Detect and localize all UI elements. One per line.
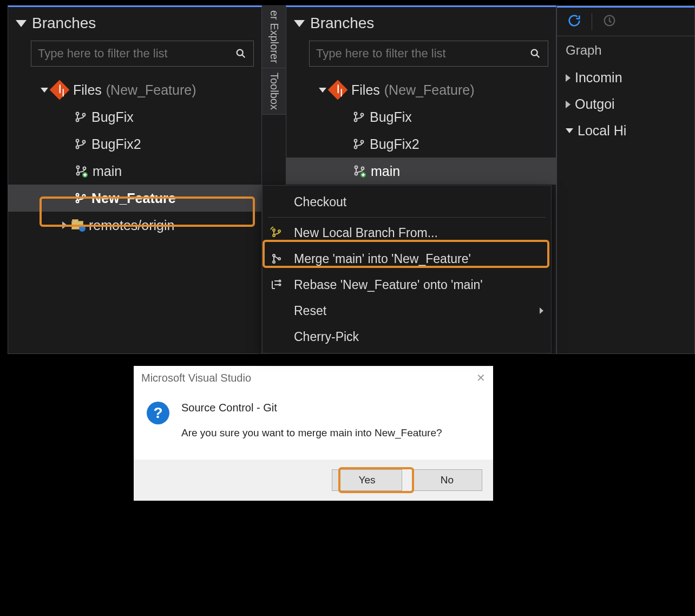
branch-icon xyxy=(352,137,365,150)
svg-point-5 xyxy=(76,140,79,142)
branch-bugfix[interactable]: BugFix xyxy=(312,103,556,130)
dialog-message: Are you sure you want to merge main into… xyxy=(181,427,442,439)
tab-toolbox[interactable]: Toolbox xyxy=(262,68,286,115)
filter-input[interactable] xyxy=(31,47,228,61)
merge-icon xyxy=(267,252,286,265)
ctx-label: Reset xyxy=(294,304,326,318)
branch-bugfix[interactable]: BugFix xyxy=(34,103,261,130)
new-branch-icon xyxy=(267,226,286,239)
svg-point-34 xyxy=(279,280,281,282)
chevron-right-icon xyxy=(62,221,67,229)
chevron-right-icon xyxy=(566,101,571,108)
dialog-heading: Source Control - Git xyxy=(181,402,442,414)
branch-tree: Files (New_Feature) BugFix BugFix2 main xyxy=(286,74,556,185)
branches-title: Branches xyxy=(310,15,374,32)
branches-header[interactable]: Branches xyxy=(8,7,261,35)
close-icon[interactable]: ✕ xyxy=(476,371,486,384)
graph-title: Graph xyxy=(557,36,694,64)
branches-panel-left: Branches Files (New_Feature) BugFix xyxy=(8,5,262,354)
branches-title: Branches xyxy=(32,15,96,32)
repo-row[interactable]: Files (New_Feature) xyxy=(34,76,261,103)
svg-point-13 xyxy=(76,200,79,203)
submenu-arrow-icon xyxy=(540,307,543,314)
svg-point-8 xyxy=(77,166,80,169)
branch-bugfix2[interactable]: BugFix2 xyxy=(34,130,261,158)
branch-main[interactable]: main xyxy=(286,158,556,185)
refresh-icon[interactable] xyxy=(567,13,582,30)
svg-point-2 xyxy=(76,113,79,115)
git-repo-icon xyxy=(328,80,348,100)
fetch-icon[interactable] xyxy=(602,13,617,30)
ctx-label: Merge 'main' into 'New_Feature' xyxy=(294,252,471,266)
ctx-rebase[interactable]: Rebase 'New_Feature' onto 'main' xyxy=(263,272,551,298)
svg-point-22 xyxy=(361,141,364,143)
search-icon[interactable] xyxy=(523,41,548,66)
graph-incoming[interactable]: Incomin xyxy=(557,64,694,91)
svg-point-33 xyxy=(278,258,280,260)
git-repo-icon xyxy=(50,80,70,100)
separator xyxy=(268,217,546,218)
branch-bugfix2[interactable]: BugFix2 xyxy=(312,130,556,158)
branch-icon xyxy=(352,110,365,123)
ctx-merge[interactable]: Merge 'main' into 'New_Feature' xyxy=(263,246,551,272)
svg-point-6 xyxy=(76,146,79,149)
ctx-cherry-pick[interactable]: Cherry-Pick xyxy=(263,324,551,350)
branches-header[interactable]: Branches xyxy=(286,7,556,35)
ctx-label: Rebase 'New_Feature' onto 'main' xyxy=(294,278,483,292)
svg-point-15 xyxy=(532,50,537,56)
branch-icon xyxy=(74,192,87,205)
filter-input[interactable] xyxy=(310,47,523,61)
search-icon[interactable] xyxy=(228,41,253,66)
remotes-row[interactable]: remotes/origin xyxy=(34,212,261,239)
chevron-down-icon xyxy=(41,88,48,93)
branch-active-icon xyxy=(74,164,88,178)
svg-point-17 xyxy=(355,113,357,115)
branch-tree: Files (New_Feature) BugFix BugFix2 main xyxy=(8,74,261,239)
folder-icon xyxy=(71,221,83,230)
yes-button[interactable]: Yes xyxy=(332,469,402,491)
remotes-label: remotes/origin xyxy=(89,218,174,233)
svg-point-25 xyxy=(362,167,364,170)
separator xyxy=(592,13,592,30)
svg-point-35 xyxy=(279,284,281,286)
ctx-new-branch[interactable]: New Local Branch From... xyxy=(263,220,551,246)
no-button[interactable]: No xyxy=(412,469,482,491)
repo-row[interactable]: Files (New_Feature) xyxy=(312,76,556,103)
graph-local-history-label: Local Hi xyxy=(578,123,626,139)
repo-branch-label: (New_Feature) xyxy=(106,82,196,98)
dialog-titlebar: Microsoft Visual Studio ✕ xyxy=(134,366,493,390)
branch-label: BugFix xyxy=(91,109,134,125)
ctx-label: New Local Branch From... xyxy=(294,226,438,240)
chevron-down-icon xyxy=(319,88,326,93)
svg-point-14 xyxy=(83,195,86,198)
svg-point-30 xyxy=(278,230,280,232)
svg-point-32 xyxy=(273,261,275,263)
svg-point-20 xyxy=(355,140,357,142)
chevron-down-icon xyxy=(294,20,305,27)
svg-point-10 xyxy=(83,167,86,170)
graph-local-history[interactable]: Local Hi xyxy=(557,117,694,144)
branch-new-feature[interactable]: New_Feature xyxy=(8,185,261,212)
branch-active-icon xyxy=(352,164,366,178)
svg-line-16 xyxy=(536,55,539,57)
svg-point-23 xyxy=(355,166,358,169)
repo-label: Files xyxy=(73,82,102,98)
svg-point-9 xyxy=(77,173,80,175)
branch-context-menu: Checkout New Local Branch From... Merge … xyxy=(262,185,552,353)
svg-point-19 xyxy=(361,114,364,116)
graph-outgoing[interactable]: Outgoi xyxy=(557,91,694,117)
ctx-checkout[interactable]: Checkout xyxy=(263,189,551,215)
branch-label: main xyxy=(93,163,122,179)
repo-branch-label: (New_Feature) xyxy=(384,82,475,98)
tab-explorer[interactable]: er Explorer xyxy=(262,6,286,68)
filter-row xyxy=(309,41,548,67)
svg-point-0 xyxy=(237,50,243,56)
branch-icon xyxy=(74,110,87,123)
ctx-reset[interactable]: Reset xyxy=(263,298,551,324)
branch-main[interactable]: main xyxy=(34,158,261,185)
ctx-label: Checkout xyxy=(294,195,346,209)
graph-incoming-label: Incomin xyxy=(575,70,622,86)
branch-label: BugFix2 xyxy=(91,136,141,152)
svg-point-18 xyxy=(355,119,357,122)
ctx-label: Cherry-Pick xyxy=(294,330,359,344)
